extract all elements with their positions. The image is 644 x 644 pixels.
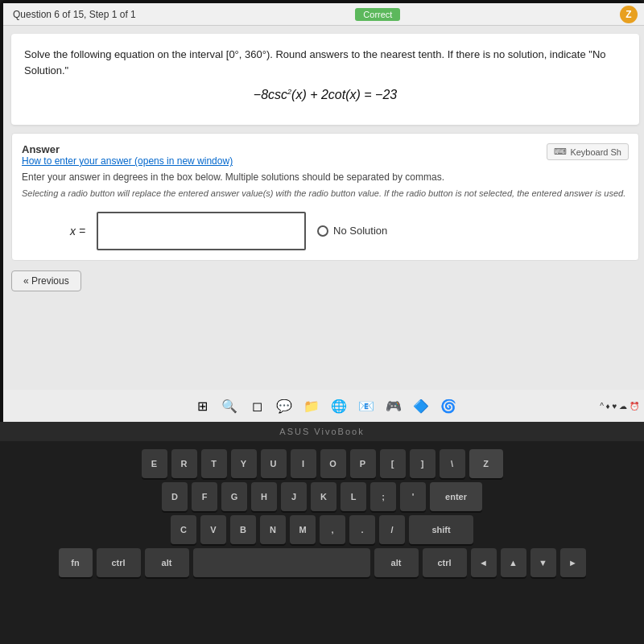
question-info: Question 6 of 15, Step 1 of 1 — [13, 9, 136, 20]
equation: −8csc2(x) + 2cot(x) = −23 — [24, 88, 626, 102]
kb-row-3: C V B N M , . / shift — [4, 515, 640, 544]
key-k[interactable]: K — [311, 482, 336, 511]
answer-header: Answer How to enter your answer (opens i… — [22, 143, 629, 167]
chrome-icon[interactable]: 🌀 — [439, 396, 458, 415]
key-slash[interactable]: / — [379, 515, 405, 544]
answer-input[interactable] — [97, 212, 306, 250]
keyboard-area: E R T Y U I O P [ ] \ Z D F G H J K L ; … — [0, 441, 644, 644]
key-alt-left[interactable]: alt — [145, 548, 189, 577]
key-down[interactable]: ▼ — [530, 548, 556, 577]
key-c[interactable]: C — [171, 515, 196, 544]
key-o[interactable]: O — [320, 449, 346, 478]
top-bar: Question 6 of 15, Step 1 of 1 Correct Z — [3, 3, 644, 26]
user-icon: Z — [620, 6, 638, 23]
key-t[interactable]: T — [201, 449, 227, 478]
search-icon[interactable]: 🔍 — [220, 396, 239, 415]
key-r[interactable]: R — [171, 449, 197, 478]
bottom-nav: « Previous — [11, 270, 639, 291]
system-tray: ^ ♦ ♥ ☁ ⏰ — [600, 402, 639, 411]
explorer-icon[interactable]: 📁 — [302, 396, 321, 415]
key-m[interactable]: M — [290, 515, 316, 544]
key-comma[interactable]: , — [320, 515, 345, 544]
key-up[interactable]: ▲ — [501, 548, 526, 577]
key-lbracket[interactable]: [ — [380, 449, 406, 478]
key-fn[interactable]: fn — [59, 548, 93, 577]
key-space[interactable] — [193, 548, 370, 577]
key-period[interactable]: . — [349, 515, 375, 544]
key-right[interactable]: ► — [560, 548, 586, 577]
teams-icon[interactable]: 💬 — [275, 396, 294, 415]
key-i[interactable]: I — [291, 449, 316, 478]
key-n[interactable]: N — [260, 515, 286, 544]
kb-row-1: E R T Y U I O P [ ] \ Z — [4, 449, 640, 478]
no-solution-radio[interactable] — [317, 225, 328, 237]
edge-icon[interactable]: 🌐 — [329, 396, 349, 415]
no-solution-label: No Solution — [333, 225, 387, 237]
key-h[interactable]: H — [251, 482, 277, 511]
key-j[interactable]: J — [281, 482, 307, 511]
key-l[interactable]: L — [341, 482, 366, 511]
key-e[interactable]: E — [142, 449, 167, 478]
taskview-icon[interactable]: ◻ — [247, 396, 266, 415]
warning-text: Selecting a radio button will replace th… — [22, 188, 629, 200]
taskbar-right: ^ ♦ ♥ ☁ ⏰ — [600, 402, 639, 411]
key-b[interactable]: B — [230, 515, 256, 544]
key-semicolon[interactable]: ; — [370, 482, 396, 511]
answer-left: Answer How to enter your answer (opens i… — [22, 143, 233, 167]
previous-button[interactable]: « Previous — [11, 270, 81, 291]
how-to-link[interactable]: How to enter your answer (opens in new w… — [22, 155, 233, 167]
key-v[interactable]: V — [200, 515, 226, 544]
app1-icon[interactable]: 🔷 — [411, 396, 431, 415]
correct-badge: Correct — [355, 8, 400, 21]
key-f[interactable]: F — [192, 482, 217, 511]
key-p[interactable]: P — [350, 449, 376, 478]
key-ctrl-right[interactable]: ctrl — [423, 548, 467, 577]
windows-icon[interactable]: ⊞ — [192, 396, 212, 415]
screen-wrapper: Question 6 of 15, Step 1 of 1 Correct Z … — [0, 0, 644, 422]
instruction-text-1: Enter your answer in degrees in the box … — [22, 171, 629, 183]
key-y[interactable]: Y — [231, 449, 257, 478]
key-g[interactable]: G — [221, 482, 247, 511]
taskbar: ⊞ 🔍 ◻ 💬 📁 🌐 📧 🎮 🔷 🌀 ^ ♦ ♥ ☁ ⏰ — [3, 390, 644, 422]
key-rbracket[interactable]: ] — [410, 449, 436, 478]
kb-row-2: D F G H J K L ; ' enter — [4, 482, 640, 511]
key-backslash[interactable]: \ — [440, 449, 465, 478]
bezel-bottom: ASUS VivoBook — [0, 422, 644, 441]
mail-icon[interactable]: 📧 — [357, 396, 376, 415]
brand-text: ASUS VivoBook — [279, 427, 364, 436]
screen: Question 6 of 15, Step 1 of 1 Correct Z … — [3, 3, 644, 390]
key-enter[interactable]: enter — [430, 482, 482, 511]
key-ctrl-left[interactable]: ctrl — [97, 548, 141, 577]
key-alt-right[interactable]: alt — [374, 548, 419, 577]
no-solution-option[interactable]: No Solution — [317, 225, 387, 237]
input-row: x = No Solution — [70, 212, 629, 250]
key-d[interactable]: D — [162, 482, 188, 511]
kb-row-4: fn ctrl alt alt ctrl ◄ ▲ ▼ ► — [4, 548, 640, 577]
keyboard-shortcut: ⌨ Keyboard Sh — [547, 143, 629, 160]
content-area: Solve the following equation on the inte… — [11, 34, 639, 125]
answer-title: Answer — [22, 143, 233, 155]
problem-statement: Solve the following equation on the inte… — [24, 47, 626, 78]
keyboard-icon: ⌨ — [554, 147, 567, 157]
key-quote[interactable]: ' — [400, 482, 426, 511]
game-icon[interactable]: 🎮 — [384, 396, 403, 415]
key-left[interactable]: ◄ — [471, 548, 497, 577]
answer-section: Answer How to enter your answer (opens i… — [11, 133, 639, 260]
key-shift-right[interactable]: shift — [409, 515, 473, 544]
x-label: x = — [70, 225, 85, 237]
key-z[interactable]: Z — [469, 449, 503, 478]
key-u[interactable]: U — [261, 449, 287, 478]
